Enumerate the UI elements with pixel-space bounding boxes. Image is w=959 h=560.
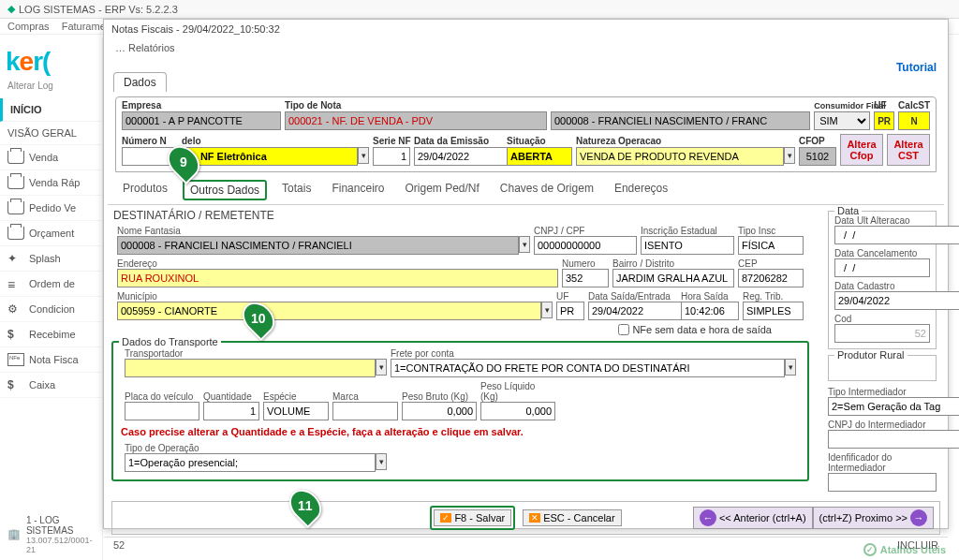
nav-venda-rapida[interactable]: Venda Ráp [0,170,102,196]
cart-icon [7,227,24,240]
transportador-label: Transportador [125,348,387,359]
atalhos-uteis[interactable]: ✓Atalhos Uteis [863,543,946,556]
chevron-down-icon[interactable]: ▾ [784,147,795,164]
tipoop-select[interactable] [125,453,376,472]
modelo-input[interactable] [182,147,358,166]
nomefant-input[interactable] [117,236,519,255]
endereco-input[interactable] [117,269,558,287]
qtd-input[interactable] [203,402,259,420]
logo: ker( [0,37,102,81]
chevron-down-icon[interactable]: ▾ [376,359,387,376]
nav-visao-geral[interactable]: VISÃO GERAL [0,122,102,145]
especie-label: Espécie [263,391,329,402]
transporte-group: Dados do Transporte Transportador ▾ Fret… [111,341,809,481]
salvar-button[interactable]: ✓F8 - Salvar [434,509,511,526]
bairro-input[interactable] [612,269,734,287]
transportador-input[interactable] [125,359,376,377]
chevron-down-icon[interactable]: ▾ [376,453,387,470]
altera-cfop-button[interactable]: Altera Cfop [840,134,883,166]
pesobruto-input[interactable] [402,402,477,420]
nav-ordem[interactable]: Ordem de [0,272,102,297]
cart-icon [7,151,24,164]
dots-icon[interactable]: … [115,42,125,53]
especie-input[interactable] [263,402,329,420]
nfe-sem-data-checkbox[interactable]: NFe sem data e hora de saída [618,324,772,335]
chevron-down-icon[interactable]: ▾ [358,147,369,164]
insc-input[interactable] [641,236,734,255]
cod-input [834,324,930,343]
ultalt-input[interactable] [834,226,959,244]
chevron-down-icon[interactable]: ▾ [785,359,796,376]
menu-compras[interactable]: Compras [7,21,50,32]
tipoinsc-label: Tipo Insc [738,226,804,236]
nav-condicionais[interactable]: Condicion [0,297,102,322]
subtab-enderecos[interactable]: Endereços [609,180,673,200]
cfop-input[interactable] [799,147,836,166]
idint-input[interactable] [828,473,937,492]
data-group: Data Data Ult Alteracao ▾ Data Cancelame… [828,211,937,349]
cadastro-input[interactable] [834,291,959,310]
nav-recebimento[interactable]: Recebime [0,322,102,347]
subtab-origem[interactable]: Origem Ped/Nf [399,180,484,200]
insc-label: Inscrição Estadual [641,226,734,236]
nav-pedido[interactable]: Pedido Ve [0,196,102,221]
chevron-down-icon[interactable]: ▾ [519,236,530,253]
altera-cst-button[interactable]: Altera CST [887,134,930,166]
pesoliq-label: Peso Líquido (Kg) [480,381,555,402]
frete-select[interactable] [391,359,785,377]
proximo-button[interactable]: (ctrl+Z) Proximo >>→ [813,507,934,529]
marca-input[interactable] [332,402,398,420]
nav-orcamento[interactable]: Orçament [0,221,102,246]
placa-input[interactable] [125,402,199,420]
anterior-button[interactable]: ←<< Anterior (ctrl+A) [693,507,813,529]
tipoop-label: Tipo de Operação [125,443,387,453]
uf-label: UF [556,291,584,302]
natop-input[interactable] [576,147,784,166]
subtab-chaves[interactable]: Chaves de Origem [494,180,599,200]
situacao-input[interactable] [507,147,572,166]
nav-splash[interactable]: Splash [0,246,102,272]
tiponota-label: Tipo de Nota [285,100,547,111]
tipoint-select[interactable] [828,397,959,416]
nav-nota-fiscal[interactable]: Nota Fisca [0,347,102,373]
empresa-input[interactable] [122,111,281,130]
alterar-login[interactable]: Alterar Log [0,81,102,98]
cancel-input[interactable] [834,258,930,277]
prodrural-title: Produtor Rural [834,349,907,361]
numnf-label: Número N [122,136,178,146]
cliente-input[interactable] [551,111,810,130]
cod-label: Cod [834,314,930,324]
municipio-input[interactable] [117,302,541,320]
tipoinsc-input[interactable] [738,236,804,255]
cep-input[interactable] [738,269,804,287]
check-icon: ✓ [863,543,877,556]
tutorial-link[interactable]: Tutorial [896,61,937,74]
subtab-outros-dados[interactable]: Outros Dados [183,180,267,200]
consfinal-select[interactable]: SIM [814,111,870,130]
regtrib-input[interactable] [743,302,804,320]
cnpjint-input[interactable] [828,430,959,449]
cancelar-button[interactable]: ✕ESC - Cancelar [523,509,621,526]
nav-inicio[interactable]: INÍCIO [0,98,102,122]
chevron-down-icon[interactable]: ▾ [541,302,553,318]
cnpj-input[interactable] [534,236,637,255]
dialog-menu: … Relatórios [104,38,948,57]
horasaida-input[interactable] [681,302,739,320]
subtab-totais[interactable]: Totais [276,180,317,200]
dataemi-label: Data da Emissão [414,136,503,146]
datasaida-label: Data Saída/Entrada [588,291,677,302]
nav-caixa[interactable]: Caixa [0,373,102,398]
subtab-produtos[interactable]: Produtos [117,180,173,200]
calcst-label: CalcST [898,100,930,111]
pesoliq-input[interactable] [480,402,555,420]
serie-input[interactable] [373,147,410,166]
tiponota-input[interactable] [285,111,547,130]
numero-input[interactable] [562,269,609,287]
nav-venda[interactable]: Venda [0,145,102,170]
menu-relatorios[interactable]: Relatórios [128,42,175,53]
uf-input[interactable] [556,302,584,320]
subtab-financeiro[interactable]: Financeiro [326,180,390,200]
dialog-title: Notas Fiscais - 29/04/2022_10:50:32 [104,20,948,38]
uf-badge: PR [874,111,894,130]
tab-dados[interactable]: Dados [113,72,167,92]
